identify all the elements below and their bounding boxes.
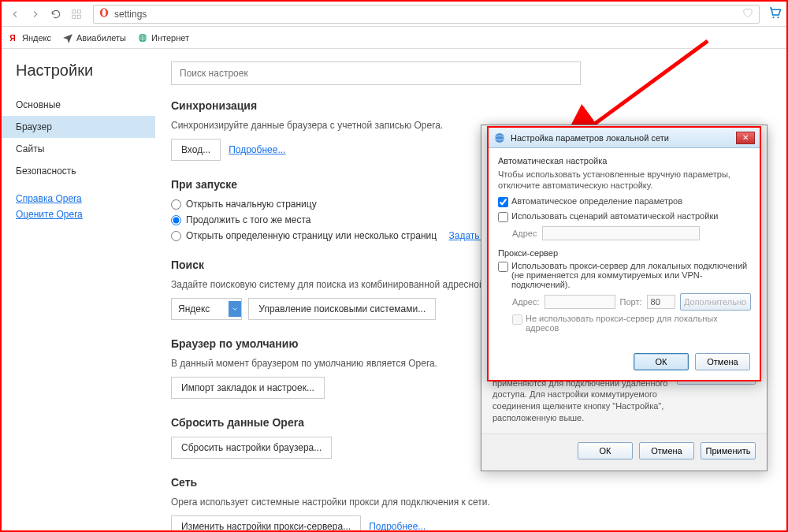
svg-point-6: [772, 17, 774, 18]
nav-forward-button[interactable]: [27, 6, 44, 23]
lan-close-button[interactable]: ✕: [736, 132, 755, 144]
props-ok-button[interactable]: ОК: [578, 442, 633, 459]
svg-rect-2: [72, 15, 76, 18]
proxy-advanced-button: Дополнительно: [680, 293, 751, 311]
svg-rect-1: [77, 9, 80, 13]
bookmark-flights[interactable]: Авиабилеты: [62, 32, 126, 43]
props-cancel-button[interactable]: Отмена: [639, 442, 694, 459]
bookmark-yandex[interactable]: Я Яндекс: [8, 32, 51, 43]
sidebar-item-security[interactable]: Безопасность: [2, 160, 155, 182]
lan-titlebar[interactable]: Настройка параметров локальной сети ✕: [489, 128, 760, 148]
chevron-down-icon: [229, 301, 241, 317]
svg-point-12: [495, 133, 504, 143]
sidebar: Настройки Основные Браузер Сайты Безопас…: [2, 49, 155, 530]
auto-detect-checkbox[interactable]: Автоматическое определение параметров: [498, 196, 750, 207]
sidebar-item-browser[interactable]: Браузер: [2, 116, 155, 138]
sync-login-button[interactable]: Вход...: [171, 139, 221, 161]
cart-icon[interactable]: [768, 6, 782, 22]
sidebar-item-sites[interactable]: Сайты: [2, 138, 155, 160]
auto-config-group: Автоматическая настройка: [498, 156, 750, 166]
network-heading: Сеть: [171, 476, 771, 489]
search-engine-select[interactable]: Яндекс: [171, 298, 242, 320]
globe-icon: [493, 132, 506, 144]
lan-cancel-button[interactable]: Отмена: [695, 353, 750, 370]
use-proxy-checkbox[interactable]: Использовать прокси-сервер для локальных…: [498, 261, 750, 289]
auto-script-checkbox[interactable]: Использовать сценарий автоматической нас…: [498, 211, 750, 222]
reset-button[interactable]: Сбросить настройки браузера...: [171, 437, 332, 459]
url-text: settings: [114, 9, 737, 20]
sync-more-link[interactable]: Подробнее...: [229, 144, 285, 155]
proxy-address-input: [545, 295, 615, 309]
proxy-port-input: [647, 295, 675, 309]
settings-search-input[interactable]: [180, 68, 572, 79]
svg-text:Я: Я: [9, 32, 16, 42]
opera-icon: [98, 7, 110, 20]
browser-toolbar: settings: [2, 2, 786, 27]
reload-button[interactable]: [47, 6, 65, 23]
proxy-settings-button[interactable]: Изменить настройки прокси-сервера...: [171, 515, 361, 530]
nav-back-button[interactable]: [6, 6, 24, 23]
url-bar[interactable]: settings: [93, 5, 760, 24]
script-address-input: [542, 226, 700, 240]
svg-rect-3: [77, 15, 80, 18]
page-title: Настройки: [2, 61, 155, 94]
svg-rect-0: [72, 9, 76, 13]
sidebar-item-basic[interactable]: Основные: [2, 94, 155, 116]
rate-link[interactable]: Оцените Opera: [16, 209, 141, 220]
lan-ok-button[interactable]: ОК: [634, 353, 689, 370]
svg-point-7: [777, 17, 779, 18]
bookmarks-bar: Я Яндекс Авиабилеты Интернет: [2, 27, 786, 49]
lan-settings-dialog: Настройка параметров локальной сети ✕ Ав…: [487, 126, 761, 381]
settings-search[interactable]: [171, 61, 581, 85]
sync-heading: Синхронизация: [171, 99, 771, 112]
manage-engines-button[interactable]: Управление поисковыми системами...: [248, 298, 436, 320]
network-more-link[interactable]: Подробнее...: [369, 521, 426, 530]
bookmark-internet[interactable]: Интернет: [137, 32, 189, 43]
bypass-local-checkbox: Не использовать прокси-сервер для локаль…: [512, 314, 750, 333]
help-link[interactable]: Справка Opera: [16, 193, 141, 204]
props-apply-button[interactable]: Применить: [701, 442, 756, 459]
speed-dial-button[interactable]: [68, 6, 85, 23]
heart-icon[interactable]: [742, 6, 754, 21]
import-button[interactable]: Импорт закладок и настроек...: [171, 377, 325, 399]
svg-point-5: [102, 9, 106, 16]
proxy-group: Прокси-сервер: [498, 248, 750, 258]
